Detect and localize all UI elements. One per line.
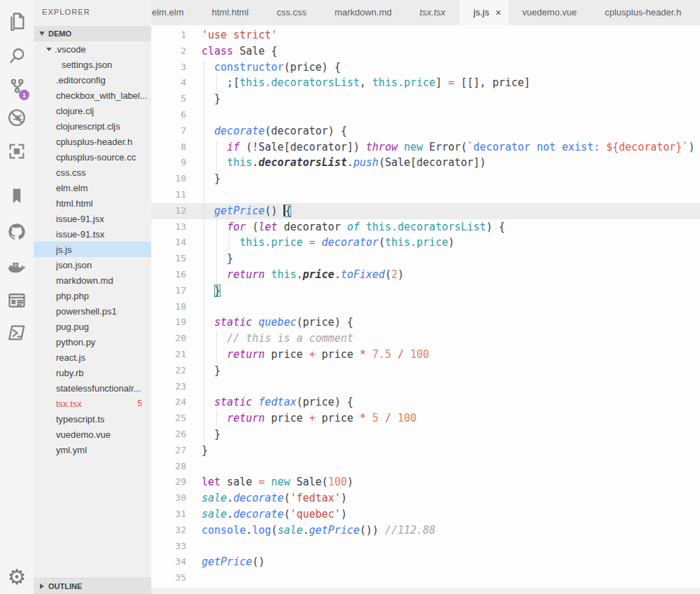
indent-guide xyxy=(216,251,217,267)
token-d: } xyxy=(202,172,220,185)
code-line-26: 26 } xyxy=(151,427,700,443)
line-number: 19 xyxy=(151,315,186,331)
file-label: js.js xyxy=(56,244,71,255)
token-d: ( xyxy=(246,221,258,233)
token-d: Sale { xyxy=(233,45,277,57)
code-line-33: 33 xyxy=(151,539,700,555)
file-label: cplusplus-header.h xyxy=(56,137,132,147)
token-o: * xyxy=(360,348,366,361)
token-t: this.price xyxy=(372,76,435,89)
token-d: ) xyxy=(398,268,404,281)
file-row-python-py[interactable]: python.py xyxy=(34,334,151,350)
token-d: (decorator) { xyxy=(265,125,346,137)
file-row-pug-pug[interactable]: pug.pug xyxy=(34,319,151,334)
file-label: .editorconfig xyxy=(56,75,106,85)
github-icon[interactable] xyxy=(5,220,29,244)
code-line-14: 14 this.price = decorator(this.price) xyxy=(151,235,700,251)
folder-row--vscode[interactable]: .vscode xyxy=(34,41,151,57)
docker-icon[interactable] xyxy=(5,255,29,279)
file-row-issue-91-jsx[interactable]: issue-91.jsx xyxy=(34,211,151,226)
token-d: , xyxy=(360,76,372,89)
file-label: json.json xyxy=(56,260,92,270)
token-c: // this is a comment xyxy=(227,332,354,345)
file-row-markdown-md[interactable]: markdown.md xyxy=(34,272,151,288)
tab-css-css[interactable]: css.css xyxy=(262,0,321,25)
file-row-js-js[interactable]: js.js xyxy=(34,242,151,257)
file-row-php-php[interactable]: php.php xyxy=(34,288,151,303)
file-row-html-html[interactable]: html.html xyxy=(34,195,151,211)
tab-html-html[interactable]: html.html xyxy=(198,0,263,25)
browser-preview-icon[interactable] xyxy=(5,289,29,312)
tab-vuedemo-vue[interactable]: vuedemo.vue xyxy=(508,0,591,25)
indent-guide xyxy=(204,155,204,171)
code-line-19: 19 static quebec(price) { xyxy=(151,315,700,331)
file-row-vuedemo-vue[interactable]: vuedemo.vue xyxy=(34,427,151,442)
indent-guide xyxy=(229,235,230,251)
token-d xyxy=(366,412,372,424)
file-row-clojurescript-cljs[interactable]: clojurescript.cljs xyxy=(34,118,151,134)
search-icon[interactable] xyxy=(5,43,29,67)
tab-js-js[interactable]: js.js× xyxy=(459,0,508,25)
file-row-tsx-tsx[interactable]: tsx.tsx5 xyxy=(34,396,151,411)
token-fi: push xyxy=(354,156,379,169)
indent-guide xyxy=(204,267,204,283)
file-row-elm-elm[interactable]: elm.elm xyxy=(34,180,151,195)
token-o: / xyxy=(385,412,391,424)
token-c: //112.88 xyxy=(385,524,435,537)
token-bm: { xyxy=(285,205,291,217)
file-row-clojure-clj[interactable]: clojure.clj xyxy=(34,103,151,118)
token-ki: throw xyxy=(366,141,398,153)
code-editor[interactable]: 1'use strict'2class Sale {3 constructor(… xyxy=(151,25,700,594)
explorer-sidebar: EXPLORER DEMO .vscodesettings.json.edito… xyxy=(34,0,151,594)
file-row-css-css[interactable]: css.css xyxy=(34,165,151,180)
file-row-ruby-rb[interactable]: ruby.rb xyxy=(34,365,151,380)
settings-gear-icon[interactable]: ⚙ xyxy=(5,565,29,589)
file-label: checkbox_with_label... xyxy=(56,90,148,101)
files-icon[interactable] xyxy=(5,9,29,33)
token-s: 'use strict' xyxy=(202,29,277,41)
file-row-settings-json[interactable]: settings.json xyxy=(34,57,151,72)
token-d: (price) { xyxy=(296,316,353,329)
file-row-issue-91-tsx[interactable]: issue-91.tsx xyxy=(34,226,151,242)
file-label: issue-91.jsx xyxy=(56,214,104,224)
token-fi: quebec xyxy=(258,316,296,329)
token-d xyxy=(202,348,227,361)
file-row-cplusplus-header-h[interactable]: cplusplus-header.h xyxy=(34,134,151,149)
file-row--editorconfig[interactable]: .editorconfig xyxy=(34,72,151,88)
file-row-powershell-ps1[interactable]: powershell.ps1 xyxy=(34,303,151,319)
file-row-statelessfunctionalr-[interactable]: statelessfunctionalr... xyxy=(34,380,151,396)
code-line-content: console.log(sale.getPrice()) //112.88 xyxy=(186,523,435,539)
token-d xyxy=(316,236,322,249)
source-control-icon[interactable]: 1 xyxy=(5,75,29,99)
code-line-34: 34getPrice() xyxy=(151,554,700,570)
indent-guide xyxy=(216,75,217,91)
outline-header[interactable]: OUTLINE xyxy=(34,578,151,594)
token-d: ) { xyxy=(486,221,505,233)
tab-tsx-tsx[interactable]: tsx.tsx xyxy=(406,0,460,25)
line-number: 9 xyxy=(151,155,186,171)
close-icon[interactable]: × xyxy=(496,8,501,18)
file-row-json-json[interactable]: json.json xyxy=(34,257,151,272)
token-d: ] xyxy=(435,76,448,89)
code-line-content: for (let decorator of this.decoratorsLis… xyxy=(186,219,505,235)
tab-markdown-md[interactable]: markdown.md xyxy=(321,0,406,25)
file-row-cplusplus-source-cc[interactable]: cplusplus-source.cc xyxy=(34,149,151,165)
code-line-31: 31sale.decorate('quebec') xyxy=(151,506,700,523)
code-line-20: 20 // this is a comment xyxy=(151,331,700,347)
bookmark-icon[interactable] xyxy=(5,184,29,208)
token-d: price xyxy=(265,412,309,424)
tab-cplusplus-header-h[interactable]: cplusplus-header.h xyxy=(591,0,695,25)
horizontal-scrollbar-track[interactable] xyxy=(151,588,700,594)
frame-icon[interactable] xyxy=(5,139,29,163)
file-row-checkbox-with-label-[interactable]: checkbox_with_label... xyxy=(34,88,151,103)
powershell-icon[interactable] xyxy=(5,321,29,345)
token-t: new xyxy=(271,476,290,488)
tab-elm-elm[interactable]: elm.elm xyxy=(151,0,198,25)
folder-header-demo[interactable]: DEMO xyxy=(34,26,151,41)
debug-disabled-icon[interactable] xyxy=(5,106,29,130)
file-list: .vscodesettings.json.editorconfigcheckbo… xyxy=(34,41,151,457)
file-row-yml-yml[interactable]: yml.yml xyxy=(34,442,151,457)
file-row-typescript-ts[interactable]: typescript.ts xyxy=(34,411,151,427)
code-line-content xyxy=(186,379,202,395)
file-row-react-js[interactable]: react.js xyxy=(34,350,151,365)
